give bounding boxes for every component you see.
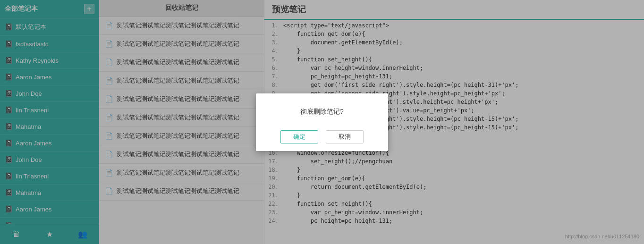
dialog-footer: 确定 取消	[256, 126, 388, 151]
dialog-confirm-button[interactable]: 确定	[280, 130, 318, 143]
dialog-cancel-button[interactable]: 取消	[326, 130, 364, 143]
dialog-overlay: 彻底删除笔记? 确定 取消	[0, 0, 644, 244]
dialog-message-text: 彻底删除笔记?	[300, 108, 344, 115]
dialog-box: 彻底删除笔记? 确定 取消	[256, 93, 388, 151]
dialog-message: 彻底删除笔记?	[256, 93, 388, 126]
